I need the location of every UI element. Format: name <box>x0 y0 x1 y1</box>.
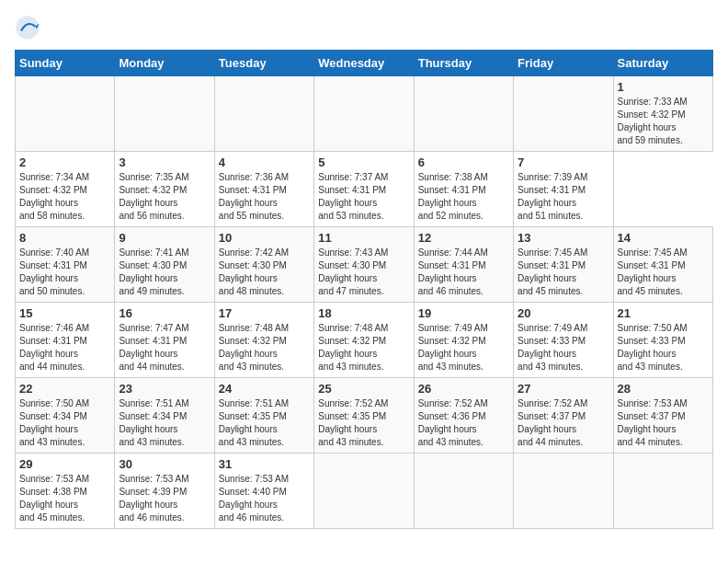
header-saturday: Saturday <box>613 51 712 76</box>
day-number: 31 <box>219 457 310 471</box>
calendar-cell <box>314 76 414 152</box>
calendar-week-row: 1Sunrise: 7:33 AMSunset: 4:32 PMDaylight… <box>16 76 713 152</box>
day-info: Sunrise: 7:49 AMSunset: 4:33 PMDaylight … <box>518 322 609 373</box>
day-number: 8 <box>19 231 110 245</box>
day-info: Sunrise: 7:43 AMSunset: 4:30 PMDaylight … <box>318 247 409 298</box>
calendar-cell: 9Sunrise: 7:41 AMSunset: 4:30 PMDaylight… <box>115 227 214 303</box>
logo-icon <box>15 15 40 40</box>
calendar-cell: 26Sunrise: 7:52 AMSunset: 4:36 PMDayligh… <box>414 378 513 454</box>
calendar-cell: 21Sunrise: 7:50 AMSunset: 4:33 PMDayligh… <box>613 303 712 378</box>
day-info: Sunrise: 7:48 AMSunset: 4:32 PMDaylight … <box>219 322 310 373</box>
day-number: 15 <box>19 306 110 320</box>
calendar-cell: 11Sunrise: 7:43 AMSunset: 4:30 PMDayligh… <box>314 227 414 303</box>
day-number: 28 <box>618 382 709 396</box>
calendar-cell: 12Sunrise: 7:44 AMSunset: 4:31 PMDayligh… <box>414 227 513 303</box>
header-friday: Friday <box>514 51 613 76</box>
calendar-cell: 27Sunrise: 7:52 AMSunset: 4:37 PMDayligh… <box>514 378 613 454</box>
calendar-cell: 22Sunrise: 7:50 AMSunset: 4:34 PMDayligh… <box>16 378 115 454</box>
day-number: 19 <box>418 306 509 320</box>
day-number: 4 <box>219 155 310 169</box>
day-number: 10 <box>219 231 310 245</box>
header-thursday: Thursday <box>414 51 513 76</box>
calendar-cell <box>214 76 313 152</box>
calendar-cell: 1Sunrise: 7:33 AMSunset: 4:32 PMDaylight… <box>613 76 712 152</box>
day-number: 23 <box>119 382 210 396</box>
day-info: Sunrise: 7:51 AMSunset: 4:35 PMDaylight … <box>219 397 310 449</box>
day-info: Sunrise: 7:40 AMSunset: 4:31 PMDaylight … <box>19 247 110 298</box>
header-tuesday: Tuesday <box>214 51 313 76</box>
day-number: 1 <box>618 80 709 94</box>
day-number: 11 <box>318 231 409 245</box>
calendar-cell: 14Sunrise: 7:45 AMSunset: 4:31 PMDayligh… <box>613 227 712 303</box>
page-header <box>15 15 713 40</box>
day-number: 2 <box>19 155 110 169</box>
day-info: Sunrise: 7:35 AMSunset: 4:32 PMDaylight … <box>119 171 210 223</box>
calendar-cell: 17Sunrise: 7:48 AMSunset: 4:32 PMDayligh… <box>214 303 313 378</box>
day-number: 13 <box>518 231 609 245</box>
header-sunday: Sunday <box>16 51 115 76</box>
day-info: Sunrise: 7:38 AMSunset: 4:31 PMDaylight … <box>418 171 509 223</box>
header-wednesday: Wednesday <box>314 51 414 76</box>
calendar-cell: 29Sunrise: 7:53 AMSunset: 4:38 PMDayligh… <box>16 454 115 529</box>
day-number: 30 <box>119 457 210 471</box>
calendar-cell: 4Sunrise: 7:36 AMSunset: 4:31 PMDaylight… <box>214 152 313 227</box>
calendar-cell: 13Sunrise: 7:45 AMSunset: 4:31 PMDayligh… <box>514 227 613 303</box>
calendar-header-row: SundayMondayTuesdayWednesdayThursdayFrid… <box>16 51 713 76</box>
svg-point-0 <box>16 16 39 39</box>
day-number: 22 <box>19 382 110 396</box>
day-number: 29 <box>19 457 110 471</box>
day-info: Sunrise: 7:34 AMSunset: 4:32 PMDaylight … <box>19 171 110 223</box>
calendar-cell: 23Sunrise: 7:51 AMSunset: 4:34 PMDayligh… <box>115 378 214 454</box>
day-number: 6 <box>418 155 509 169</box>
day-info: Sunrise: 7:45 AMSunset: 4:31 PMDaylight … <box>518 247 609 298</box>
day-number: 27 <box>518 382 609 396</box>
calendar-cell: 15Sunrise: 7:46 AMSunset: 4:31 PMDayligh… <box>16 303 115 378</box>
day-info: Sunrise: 7:53 AMSunset: 4:40 PMDaylight … <box>219 473 310 524</box>
day-info: Sunrise: 7:47 AMSunset: 4:31 PMDaylight … <box>119 322 210 373</box>
calendar-cell: 19Sunrise: 7:49 AMSunset: 4:32 PMDayligh… <box>414 303 513 378</box>
calendar-cell: 20Sunrise: 7:49 AMSunset: 4:33 PMDayligh… <box>514 303 613 378</box>
calendar-cell: 30Sunrise: 7:53 AMSunset: 4:39 PMDayligh… <box>115 454 214 529</box>
day-info: Sunrise: 7:53 AMSunset: 4:37 PMDaylight … <box>618 397 709 449</box>
day-info: Sunrise: 7:39 AMSunset: 4:31 PMDaylight … <box>518 171 609 223</box>
calendar-cell: 31Sunrise: 7:53 AMSunset: 4:40 PMDayligh… <box>214 454 313 529</box>
day-info: Sunrise: 7:45 AMSunset: 4:31 PMDaylight … <box>618 247 709 298</box>
calendar-cell: 25Sunrise: 7:52 AMSunset: 4:35 PMDayligh… <box>314 378 414 454</box>
day-number: 5 <box>318 155 409 169</box>
day-info: Sunrise: 7:52 AMSunset: 4:37 PMDaylight … <box>518 397 609 449</box>
calendar-cell <box>115 76 214 152</box>
day-info: Sunrise: 7:49 AMSunset: 4:32 PMDaylight … <box>418 322 509 373</box>
calendar-cell: 16Sunrise: 7:47 AMSunset: 4:31 PMDayligh… <box>115 303 214 378</box>
calendar-cell: 2Sunrise: 7:34 AMSunset: 4:32 PMDaylight… <box>16 152 115 227</box>
day-number: 12 <box>418 231 509 245</box>
day-number: 3 <box>119 155 210 169</box>
calendar-cell <box>613 454 712 529</box>
calendar-cell: 8Sunrise: 7:40 AMSunset: 4:31 PMDaylight… <box>16 227 115 303</box>
day-number: 24 <box>219 382 310 396</box>
calendar-cell: 10Sunrise: 7:42 AMSunset: 4:30 PMDayligh… <box>214 227 313 303</box>
calendar-cell: 6Sunrise: 7:38 AMSunset: 4:31 PMDaylight… <box>414 152 513 227</box>
calendar-cell <box>514 454 613 529</box>
calendar-week-row: 2Sunrise: 7:34 AMSunset: 4:32 PMDaylight… <box>16 152 713 227</box>
calendar-table: SundayMondayTuesdayWednesdayThursdayFrid… <box>15 50 713 529</box>
calendar-cell <box>414 454 513 529</box>
day-number: 17 <box>219 306 310 320</box>
calendar-week-row: 8Sunrise: 7:40 AMSunset: 4:31 PMDaylight… <box>16 227 713 303</box>
calendar-cell <box>314 454 414 529</box>
day-info: Sunrise: 7:53 AMSunset: 4:39 PMDaylight … <box>119 473 210 524</box>
calendar-cell: 24Sunrise: 7:51 AMSunset: 4:35 PMDayligh… <box>214 378 313 454</box>
day-info: Sunrise: 7:33 AMSunset: 4:32 PMDaylight … <box>618 96 709 147</box>
day-info: Sunrise: 7:52 AMSunset: 4:36 PMDaylight … <box>418 397 509 449</box>
calendar-cell: 5Sunrise: 7:37 AMSunset: 4:31 PMDaylight… <box>314 152 414 227</box>
day-info: Sunrise: 7:36 AMSunset: 4:31 PMDaylight … <box>219 171 310 223</box>
day-info: Sunrise: 7:44 AMSunset: 4:31 PMDaylight … <box>418 247 509 298</box>
calendar-cell <box>514 76 613 152</box>
day-info: Sunrise: 7:37 AMSunset: 4:31 PMDaylight … <box>318 171 409 223</box>
day-info: Sunrise: 7:46 AMSunset: 4:31 PMDaylight … <box>19 322 110 373</box>
day-number: 7 <box>518 155 609 169</box>
day-info: Sunrise: 7:42 AMSunset: 4:30 PMDaylight … <box>219 247 310 298</box>
calendar-week-row: 29Sunrise: 7:53 AMSunset: 4:38 PMDayligh… <box>16 454 713 529</box>
day-number: 16 <box>119 306 210 320</box>
calendar-cell: 18Sunrise: 7:48 AMSunset: 4:32 PMDayligh… <box>314 303 414 378</box>
calendar-cell: 28Sunrise: 7:53 AMSunset: 4:37 PMDayligh… <box>613 378 712 454</box>
